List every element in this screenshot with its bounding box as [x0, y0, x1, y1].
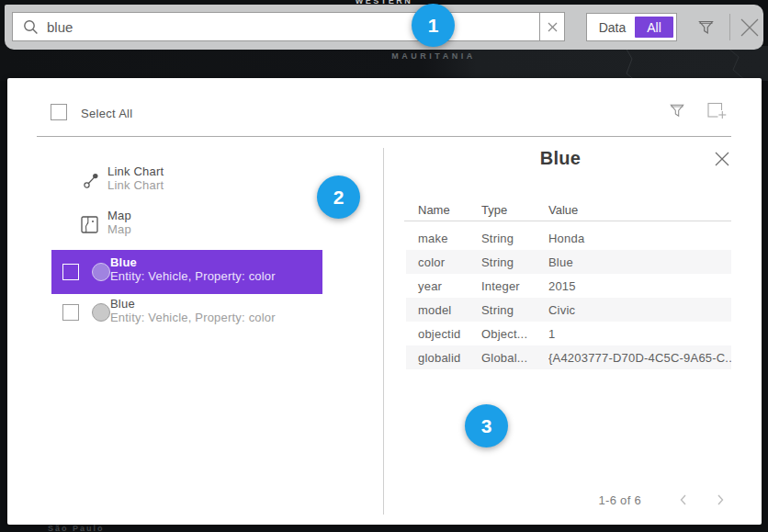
result-subtitle: Map	[107, 222, 131, 236]
result-checkbox[interactable]	[62, 304, 79, 321]
table-header-divider	[404, 221, 731, 221]
cell-type: String	[481, 303, 548, 317]
result-subtitle: Link Chart	[107, 178, 164, 192]
result-checkbox[interactable]	[62, 264, 79, 280]
cell-type: Integer	[481, 279, 548, 293]
cell-value: Honda	[548, 232, 731, 245]
result-item-map[interactable]: Map Map	[81, 207, 338, 243]
chevron-right-icon[interactable]	[714, 493, 727, 510]
search-input[interactable]	[47, 19, 539, 35]
select-all-label: Select All	[81, 107, 132, 120]
result-title: Link Chart	[107, 164, 164, 178]
cell-type: Object...	[481, 327, 548, 341]
map-label-mauritania: MAURITANIA	[360, 51, 507, 61]
result-item-blue-selected[interactable]: Blue Entity: Vehicle, Property: color	[51, 250, 322, 294]
column-header-type: Type	[481, 203, 548, 217]
entity-icon	[92, 263, 110, 281]
table-row: year Integer 2015	[406, 274, 731, 298]
cell-name: globalid	[418, 351, 481, 365]
search-box[interactable]	[12, 12, 540, 41]
table-row: make String Honda	[406, 226, 731, 250]
close-icon	[714, 151, 730, 167]
cell-name: objectid	[418, 327, 481, 341]
link-chart-icon	[83, 172, 100, 193]
scope-option-all[interactable]: All	[635, 17, 673, 38]
pagination-range-label: 1-6 of 6	[522, 493, 641, 507]
filter-icon[interactable]	[696, 17, 716, 40]
cell-type: Global...	[481, 351, 548, 365]
header-divider	[37, 136, 731, 137]
map-boundary-lines	[514, 46, 768, 81]
map-label-bottom: São Paulo	[48, 524, 105, 532]
search-results-panel: Select All Link Chart Link Chart Map Map…	[7, 78, 762, 525]
result-title: Map	[107, 209, 131, 222]
search-icon	[23, 19, 39, 35]
table-row: color String Blue	[406, 250, 731, 274]
cell-value: Civic	[548, 303, 731, 317]
clear-search-button[interactable]	[539, 12, 565, 41]
chevron-left-icon[interactable]	[677, 493, 690, 510]
detail-close-button[interactable]	[714, 151, 730, 171]
select-all-checkbox[interactable]	[51, 104, 67, 120]
scope-toggle: Data All	[586, 13, 677, 41]
table-row: globalid Global... {A4203777-D70D-4C5C-9…	[406, 345, 731, 369]
scope-option-data[interactable]: Data	[590, 20, 635, 35]
annotation-badge-1: 1	[412, 4, 455, 47]
cell-value: {A4203777-D70D-4C5C-9A65-C...	[548, 351, 731, 365]
clear-icon	[548, 22, 558, 32]
cell-name: year	[418, 279, 481, 293]
result-title: Blue	[110, 297, 276, 311]
results-filter-icon[interactable]	[668, 101, 686, 123]
cell-value: 2015	[548, 279, 731, 293]
result-subtitle: Entity: Vehicle, Property: color	[110, 269, 276, 283]
cell-type: String	[481, 232, 548, 245]
detail-title: Blue	[404, 148, 717, 169]
cell-value: Blue	[548, 255, 731, 269]
result-title: Blue	[110, 255, 276, 269]
properties-table: Name Type Value make String Honda color …	[406, 198, 731, 369]
entity-icon	[92, 303, 110, 322]
column-header-name: Name	[418, 203, 481, 217]
toolbar-divider	[729, 14, 730, 40]
column-header-value: Value	[548, 203, 731, 217]
search-bar: Data All	[5, 5, 763, 50]
result-subtitle: Entity: Vehicle, Property: color	[110, 311, 276, 324]
result-item-link-chart[interactable]: Link Chart Link Chart	[83, 163, 340, 199]
close-search-button[interactable]	[739, 17, 761, 42]
cell-name: model	[418, 303, 481, 317]
table-row: model String Civic	[406, 298, 731, 322]
annotation-badge-3: 3	[465, 404, 508, 447]
annotation-badge-2: 2	[317, 175, 360, 219]
close-icon	[739, 17, 761, 39]
cell-name: make	[418, 232, 481, 245]
cell-type: String	[481, 255, 548, 269]
add-to-selection-icon[interactable]	[706, 101, 728, 124]
cell-name: color	[418, 255, 481, 269]
cell-value: 1	[548, 327, 731, 341]
result-item-blue[interactable]: Blue Entity: Vehicle, Property: color	[51, 297, 322, 341]
map-icon	[81, 216, 98, 237]
panel-divider	[383, 148, 384, 515]
table-row: objectid Object... 1	[406, 322, 731, 345]
